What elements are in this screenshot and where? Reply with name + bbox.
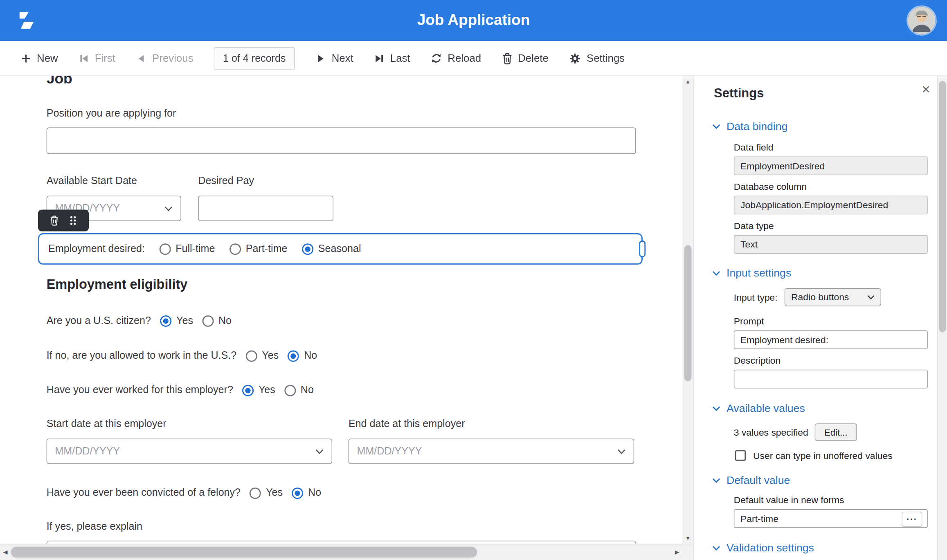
delete-record-button[interactable]: Delete bbox=[502, 52, 549, 65]
question-felony: Have you ever been convicted of a felony… bbox=[47, 486, 321, 499]
explain-input[interactable] bbox=[47, 541, 636, 544]
previous-label: Previous bbox=[152, 52, 193, 65]
radio-option-yes[interactable]: Yes bbox=[242, 384, 275, 396]
data-type-value[interactable]: Text bbox=[734, 235, 928, 254]
employment-desired-field[interactable]: Employment desired: Full-time Part-time … bbox=[38, 233, 643, 265]
date-placeholder: MM/DD/YYYY bbox=[55, 445, 120, 457]
position-label: Position you are applying for bbox=[47, 108, 176, 120]
radio-option-yes[interactable]: Yes bbox=[245, 350, 279, 362]
section-available-values[interactable]: Available values bbox=[712, 403, 805, 415]
chevron-down-icon bbox=[712, 478, 721, 483]
default-value-input[interactable] bbox=[734, 509, 928, 528]
delete-field-button[interactable] bbox=[49, 215, 59, 226]
form-vertical-scrollbar[interactable]: ▲ ▼ bbox=[682, 76, 693, 544]
scrollbar-thumb[interactable] bbox=[11, 547, 477, 558]
radio-selected-icon bbox=[242, 385, 254, 396]
scroll-down-arrow[interactable]: ▼ bbox=[682, 533, 693, 544]
desired-pay-input[interactable] bbox=[198, 196, 333, 221]
data-field-value[interactable]: EmploymentDesired bbox=[734, 156, 928, 175]
trash-icon bbox=[49, 215, 59, 226]
radio-selected-icon bbox=[292, 487, 303, 499]
radio-unselected-icon bbox=[159, 243, 171, 254]
form-horizontal-scrollbar[interactable]: ◀ ▶ bbox=[0, 544, 693, 560]
last-label: Last bbox=[390, 52, 410, 65]
unoffered-values-checkbox[interactable] bbox=[735, 450, 746, 461]
data-type-label: Data type bbox=[734, 220, 774, 232]
skip-first-icon bbox=[79, 53, 90, 64]
section-title: Data binding bbox=[727, 120, 787, 133]
section-default-value[interactable]: Default value bbox=[712, 474, 790, 487]
plus-icon bbox=[20, 53, 31, 64]
desired-pay-label: Desired Pay bbox=[198, 175, 254, 187]
employment-desired-prompt: Employment desired: bbox=[48, 243, 145, 255]
gear-icon bbox=[569, 52, 581, 65]
start-date-employer-select[interactable]: MM/DD/YYYY bbox=[47, 439, 332, 464]
radio-selected-icon bbox=[288, 350, 299, 362]
end-date-employer-select[interactable]: MM/DD/YYYY bbox=[349, 439, 634, 464]
settings-panel-title: Settings bbox=[714, 86, 764, 100]
radio-option-yes[interactable]: Yes bbox=[250, 487, 283, 499]
radio-option-no[interactable]: No bbox=[284, 384, 314, 396]
reload-icon bbox=[431, 52, 442, 64]
radio-unselected-icon bbox=[202, 315, 214, 326]
description-input[interactable] bbox=[734, 370, 928, 389]
settings-button[interactable]: Settings bbox=[569, 52, 625, 65]
radio-option-no[interactable]: No bbox=[292, 487, 321, 499]
record-counter: 1 of 4 records bbox=[214, 47, 295, 70]
close-icon[interactable]: × bbox=[919, 82, 933, 97]
explain-label: If yes, please explain bbox=[47, 521, 142, 533]
start-date-employer-label: Start date at this employer bbox=[47, 418, 166, 430]
next-record-button[interactable]: Next bbox=[315, 52, 353, 65]
prompt-input[interactable] bbox=[734, 331, 928, 349]
reload-button[interactable]: Reload bbox=[431, 52, 481, 65]
app-header: Job Application bbox=[0, 0, 947, 41]
question-worked-before: Have you ever worked for this employer? … bbox=[47, 384, 314, 397]
drag-handle[interactable] bbox=[69, 215, 77, 226]
previous-record-button[interactable]: Previous bbox=[136, 52, 193, 65]
radio-label: Yes bbox=[176, 315, 193, 327]
database-column-value[interactable]: JobApplication.EmploymentDesired bbox=[734, 196, 928, 214]
last-record-button[interactable]: Last bbox=[374, 52, 410, 65]
ellipsis-icon[interactable]: ··· bbox=[902, 512, 922, 527]
radio-option-full-time[interactable]: Full-time bbox=[159, 243, 215, 255]
question-label: Have you ever been convicted of a felony… bbox=[47, 487, 241, 499]
chevron-down-icon bbox=[315, 449, 324, 454]
scroll-left-arrow[interactable]: ◀ bbox=[0, 547, 11, 558]
unoffered-values-label: User can type in unoffered values bbox=[753, 451, 893, 462]
chevron-down-icon bbox=[712, 546, 721, 551]
radio-unselected-icon bbox=[245, 350, 257, 362]
section-input-settings[interactable]: Input settings bbox=[712, 267, 792, 280]
settings-label: Settings bbox=[587, 52, 625, 65]
new-record-button[interactable]: New bbox=[20, 52, 58, 65]
database-column-label: Database column bbox=[734, 181, 807, 192]
position-input[interactable] bbox=[47, 128, 636, 154]
section-title: Default value bbox=[727, 474, 790, 487]
edit-values-button[interactable]: Edit... bbox=[815, 423, 857, 441]
scrollbar-thumb[interactable] bbox=[684, 245, 692, 381]
radio-label: No bbox=[218, 315, 232, 327]
section-validation-settings[interactable]: Validation settings bbox=[712, 542, 814, 555]
scrollbar-thumb[interactable] bbox=[939, 81, 946, 332]
radio-option-seasonal[interactable]: Seasonal bbox=[302, 243, 361, 255]
delete-label: Delete bbox=[518, 52, 549, 65]
page-vertical-scrollbar[interactable] bbox=[937, 76, 947, 560]
radio-option-part-time[interactable]: Part-time bbox=[229, 243, 288, 255]
reload-label: Reload bbox=[448, 52, 481, 65]
radio-option-no[interactable]: No bbox=[288, 350, 317, 362]
question-label: If no, are you allowed to work in the U.… bbox=[47, 350, 237, 362]
field-resize-handle[interactable] bbox=[639, 241, 646, 257]
section-title: Available values bbox=[727, 403, 805, 415]
radio-label: No bbox=[304, 350, 317, 362]
section-data-binding[interactable]: Data binding bbox=[712, 120, 788, 133]
scroll-right-arrow[interactable]: ▶ bbox=[672, 547, 683, 558]
scroll-up-arrow[interactable]: ▲ bbox=[682, 76, 693, 87]
radio-option-yes[interactable]: Yes bbox=[160, 315, 193, 327]
trash-icon bbox=[502, 52, 513, 65]
radio-option-no[interactable]: No bbox=[202, 315, 232, 327]
chevron-down-icon bbox=[164, 206, 173, 211]
input-type-dropdown[interactable]: Radio buttons bbox=[785, 288, 881, 306]
first-record-button[interactable]: First bbox=[79, 52, 115, 65]
radio-label: Full-time bbox=[175, 243, 215, 255]
user-avatar[interactable] bbox=[908, 7, 936, 34]
previous-icon bbox=[136, 53, 147, 64]
